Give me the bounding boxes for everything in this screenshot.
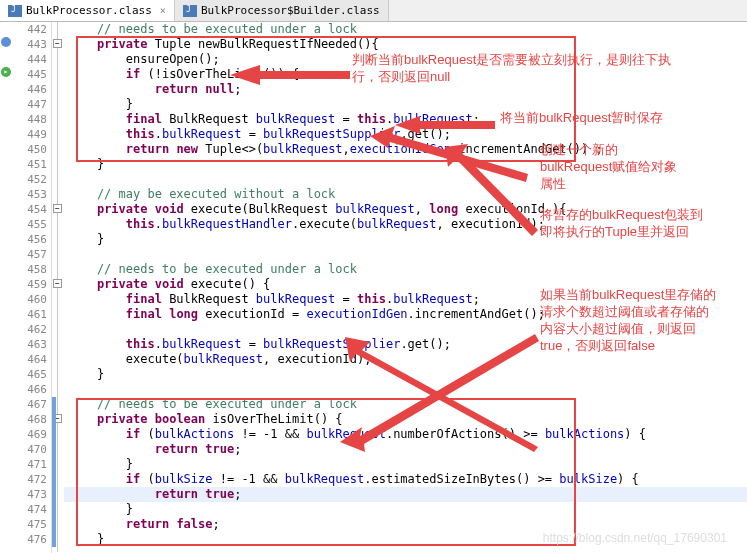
line-number: 468 [14, 412, 47, 427]
line-number: 467 [14, 397, 47, 412]
tab-builder[interactable]: BulkProcessor$Builder.class [175, 0, 389, 21]
code-line[interactable]: return false; [64, 517, 747, 532]
code-line[interactable]: if (bulkActions != -1 && bulkRequest.num… [64, 427, 747, 442]
line-number: 444 [14, 52, 47, 67]
line-number: 447 [14, 97, 47, 112]
line-number: 471 [14, 457, 47, 472]
line-number: 466 [14, 382, 47, 397]
annotation-text: 将当前bulkRequest暂时保存 [500, 110, 730, 127]
code-line[interactable]: // needs to be executed under a lock [64, 397, 747, 412]
tab-bulkprocessor[interactable]: BulkProcessor.class × [0, 0, 175, 21]
line-number: 446 [14, 82, 47, 97]
code-line[interactable] [64, 382, 747, 397]
tab-label: BulkProcessor$Builder.class [201, 4, 380, 17]
line-number: 445 [14, 67, 47, 82]
line-number: 469 [14, 427, 47, 442]
marker-bar: ▸ [0, 22, 14, 553]
watermark: https://blog.csdn.net/qq_17690301 [543, 531, 727, 545]
run-marker-icon[interactable]: ▸ [1, 67, 11, 77]
line-number: 455 [14, 217, 47, 232]
line-number: 460 [14, 292, 47, 307]
class-file-icon [183, 5, 197, 17]
line-number: 463 [14, 337, 47, 352]
code-line[interactable]: } [64, 502, 747, 517]
line-number: 472 [14, 472, 47, 487]
line-number: 464 [14, 352, 47, 367]
line-number: 461 [14, 307, 47, 322]
fold-toggle-icon[interactable]: − [53, 279, 62, 288]
class-file-icon [8, 5, 22, 17]
code-line[interactable] [64, 247, 747, 262]
line-number: 454 [14, 202, 47, 217]
line-number: 452 [14, 172, 47, 187]
fold-toggle-icon[interactable]: − [53, 204, 62, 213]
code-line[interactable]: if (bulkSize != -1 && bulkRequest.estima… [64, 472, 747, 487]
line-number: 448 [14, 112, 47, 127]
line-number: 457 [14, 247, 47, 262]
close-icon[interactable]: × [160, 5, 166, 16]
change-marker [52, 397, 56, 547]
code-line[interactable]: private Tuple newBulkRequestIfNeeded(){ [64, 37, 747, 52]
tab-bar: BulkProcessor.class × BulkProcessor$Buil… [0, 0, 747, 22]
annotation-text: 判断当前bulkRequest是否需要被立刻执行，是则往下执行，否则返回null [352, 52, 682, 86]
line-number: 474 [14, 502, 47, 517]
line-number: 449 [14, 127, 47, 142]
line-number: 465 [14, 367, 47, 382]
line-number: 470 [14, 442, 47, 457]
code-line[interactable]: this.bulkRequest = bulkRequestSupplier.g… [64, 127, 747, 142]
bookmark-icon[interactable] [1, 37, 11, 47]
tab-label: BulkProcessor.class [26, 4, 152, 17]
code-line[interactable]: private boolean isOverTheLimit() { [64, 412, 747, 427]
annotation-text: 将暂存的bulkRequest包装到即将执行的Tuple里并返回 [540, 207, 710, 241]
line-number: 458 [14, 262, 47, 277]
line-number: 475 [14, 517, 47, 532]
annotation-text: 如果当前bulkRequest里存储的请求个数超过阈值或者存储的内容大小超过阈值… [540, 287, 720, 355]
line-number: 443 [14, 37, 47, 52]
code-line[interactable]: return true; [64, 487, 747, 502]
line-number: 459 [14, 277, 47, 292]
line-number: 451 [14, 157, 47, 172]
line-number: 462 [14, 322, 47, 337]
line-number: 456 [14, 232, 47, 247]
fold-toggle-icon[interactable]: − [53, 39, 62, 48]
line-number: 453 [14, 187, 47, 202]
line-number: 450 [14, 142, 47, 157]
annotation-text: 创建一个新的bulkRequest赋值给对象属性 [540, 142, 690, 193]
line-number: 442 [14, 22, 47, 37]
editor-area: ▸ 44244344444544644744844945045145245345… [0, 22, 747, 553]
code-line[interactable]: // needs to be executed under a lock [64, 22, 747, 37]
code-line[interactable]: return true; [64, 442, 747, 457]
code-line[interactable]: } [64, 457, 747, 472]
code-line[interactable]: // needs to be executed under a lock [64, 262, 747, 277]
line-number: 476 [14, 532, 47, 547]
code-line[interactable]: } [64, 367, 747, 382]
line-numbers: 4424434444454464474484494504514524534544… [14, 22, 52, 553]
line-number: 473 [14, 487, 47, 502]
